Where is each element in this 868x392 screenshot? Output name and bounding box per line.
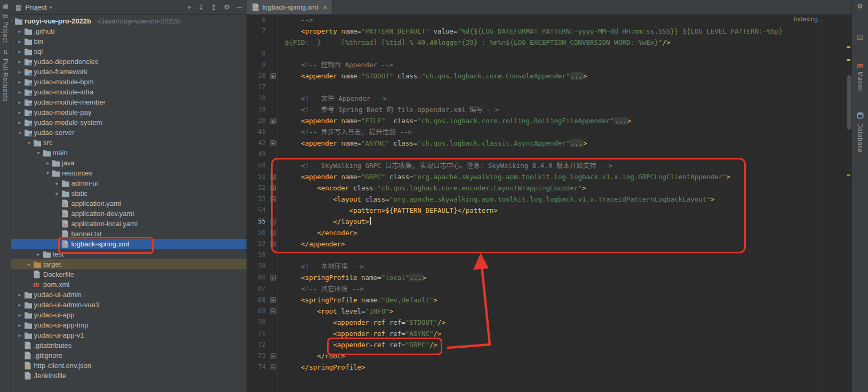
code-line-69[interactable]: 69− <root level="INFO"> (246, 306, 852, 317)
chevron-collapsed-icon[interactable]: ▸ (16, 290, 24, 300)
fold-minus-icon[interactable]: − (268, 171, 277, 182)
tool-button-pull-requests[interactable]: ⇅ Pull Requests (0, 49, 11, 102)
tree-item-yudao-module-infra[interactable]: ▸yudao-module-infra (11, 87, 246, 97)
fold-plus-icon[interactable]: + (268, 138, 277, 149)
tree-item-jenkinsfile[interactable]: Jenkinsfile (11, 371, 246, 381)
tree-item-yudao-ui-app-v1[interactable]: ▸yudao-ui-app-v1 (11, 330, 246, 340)
tree-item-logback-spring-xml[interactable]: <>logback-spring.xml (11, 239, 246, 249)
code-line-19[interactable]: 19 <!-- 参考 Spring Boot 的 file-appender.x… (246, 104, 852, 115)
code-line-53[interactable]: 53− <layout class="org.apache.skywalking… (246, 194, 852, 205)
tree-item-yudao-ui-admin[interactable]: ▸yudao-ui-admin (11, 290, 246, 300)
editor-scrollbar[interactable] (847, 75, 851, 130)
chevron-collapsed-icon[interactable]: ▸ (53, 178, 61, 188)
code-line-10[interactable]: 10+ <appender name="STDOUT" class="ch.qo… (246, 70, 852, 82)
chevron-down-icon[interactable]: ▾ (50, 5, 52, 10)
code-line-17[interactable]: 17 (246, 82, 852, 93)
tree-item-admin-ui[interactable]: ▸admin-ui (11, 178, 246, 188)
code-line-67[interactable]: 67 <!-- 其它环境 --> (246, 283, 852, 294)
code-line-73[interactable]: 73− </root> (246, 350, 852, 362)
editor-tab-logback-spring-xml[interactable]: <> logback-spring.xml × (246, 0, 333, 14)
chevron-collapsed-icon[interactable]: ▸ (16, 87, 24, 97)
tree-item-src[interactable]: ▾src (11, 138, 246, 148)
tree-item-test[interactable]: ▸test (11, 249, 246, 259)
chevron-collapsed-icon[interactable]: ▸ (44, 158, 52, 168)
chevron-expanded-icon[interactable]: ▾ (25, 138, 33, 148)
fold-end-icon[interactable]: − (268, 216, 277, 227)
code-line-72[interactable]: 72 <appender-ref ref="GRPC"/> (246, 339, 852, 350)
fold-minus-icon[interactable]: − (268, 194, 277, 205)
collapse-all-icon[interactable]: ↥ (211, 3, 217, 11)
tree-item-yudao-framework[interactable]: ▸yudao-framework (11, 67, 246, 77)
code-line-18[interactable]: 18 <!-- 文件 Appender --> (246, 93, 852, 104)
locate-file-icon[interactable]: ⌖ (187, 3, 191, 12)
chevron-collapsed-icon[interactable]: ▸ (16, 36, 24, 46)
chevron-expanded-icon[interactable]: ▾ (35, 148, 43, 158)
fold-minus-icon[interactable]: − (268, 182, 277, 194)
chevron-collapsed-icon[interactable]: ▸ (16, 97, 24, 107)
code-line-54[interactable]: 54 <pattern>${PATTERN_DEFAULT}</pattern> (246, 205, 852, 216)
tree-item-yudao-dependencies[interactable]: ▸yudao-dependencies (11, 57, 246, 67)
tree-item-application-yaml[interactable]: ≡application.yaml (11, 198, 246, 209)
code-line-57[interactable]: 57− </appender> (246, 238, 852, 250)
chevron-collapsed-icon[interactable]: ▸ (16, 117, 24, 127)
editor-pane[interactable]: 6 -->7 <property name="PATTERN_DEFAULT" … (246, 14, 852, 392)
fold-end-icon[interactable]: − (268, 362, 277, 373)
code-line-55[interactable]: 55− </layout> (246, 216, 852, 227)
chevron-expanded-icon[interactable]: ▾ (44, 168, 52, 178)
fold-end-icon[interactable]: − (268, 227, 277, 238)
chevron-collapsed-icon[interactable]: ▸ (16, 46, 24, 57)
tool-button-database[interactable]: Database (852, 112, 868, 153)
warning-stripe-mark[interactable] (847, 59, 850, 61)
tree-item-yudao-module-system[interactable]: ▸yudao-module-system (11, 117, 246, 127)
tree-item-yudao-server[interactable]: ▾yudao-server (11, 127, 246, 138)
code-line-74[interactable]: 74− </springProfile> (246, 362, 852, 373)
code-line-8[interactable]: 8 (246, 48, 852, 59)
close-tab-icon[interactable]: × (323, 3, 327, 12)
chevron-collapsed-icon[interactable]: ▸ (16, 310, 24, 320)
code-line-20[interactable]: 20+ <appender name="FILE" class="ch.qos.… (246, 115, 852, 126)
code-line-42[interactable]: 42+ <appender name="ASYNC" class="ch.qos… (246, 138, 852, 149)
fold-plus-icon[interactable]: + (268, 115, 277, 126)
code-line-68[interactable]: 68− <springProfile name="dev,default"> (246, 294, 852, 306)
chevron-collapsed-icon[interactable]: ▸ (16, 330, 24, 340)
tree-item-main[interactable]: ▾main (11, 148, 246, 158)
project-selector[interactable]: Project (25, 3, 46, 11)
tree-item-sql[interactable]: ▸sql (11, 46, 246, 57)
tree-item-java[interactable]: ▸java (11, 158, 246, 168)
code-line-51[interactable]: 51− <appender name="GRPC" class="org.apa… (246, 171, 852, 182)
code-line-wrap[interactable]: ${PID:- } --- [%thread] [%tid] %-40.40lo… (246, 37, 852, 48)
chevron-collapsed-icon[interactable]: ▸ (25, 259, 33, 269)
code-line-70[interactable]: 70 <appender-ref ref="STDOUT"/> (246, 317, 852, 328)
fold-plus-icon[interactable]: + (268, 70, 277, 82)
tree-item-dockerfile[interactable]: ≈Dockerfile (11, 269, 246, 279)
fold-plus-icon[interactable]: + (268, 272, 277, 283)
chevron-expanded-icon[interactable]: ▾ (16, 127, 24, 138)
code-line-6[interactable]: 6 --> (246, 14, 852, 26)
tree-item-bin[interactable]: ▸bin (11, 36, 246, 46)
fold-minus-icon[interactable]: − (268, 306, 277, 317)
tree-item-yudao-module-member[interactable]: ▸yudao-module-member (11, 97, 246, 107)
chevron-collapsed-icon[interactable]: ▸ (16, 77, 24, 87)
fold-minus-icon[interactable]: − (268, 294, 277, 306)
tree-item-ruoyi-vue-pro-2022b[interactable]: ▾ruoyi-vue-pro-2022b~/Java/ruoyi-vue-pro… (11, 16, 246, 26)
tree-item-yudao-ui-app-tmp[interactable]: ▸yudao-ui-app-tmp (11, 320, 246, 330)
tree-item-yudao-ui-admin-vue3[interactable]: ▸yudao-ui-admin-vue3 (11, 300, 246, 310)
tree-item-yudao-module-bpm[interactable]: ▸yudao-module-bpm (11, 77, 246, 87)
warning-stripe-mark[interactable] (847, 174, 850, 176)
tree-item-application-dev-yaml[interactable]: ≡application-dev.yaml (11, 209, 246, 219)
tree-item-http-client-env-json[interactable]: {}http-client.env.json (11, 361, 246, 371)
notifications-icon[interactable]: ◫ (852, 33, 868, 41)
chevron-collapsed-icon[interactable]: ▸ (16, 107, 24, 117)
tree-item-yudao-ui-app[interactable]: ▸yudao-ui-app (11, 310, 246, 320)
warning-stripe-mark[interactable] (847, 46, 850, 48)
gear-icon[interactable]: ⚙ (852, 3, 868, 10)
tree-item--gitignore[interactable]: .gitignore (11, 350, 246, 361)
chevron-collapsed-icon[interactable]: ▸ (16, 300, 24, 310)
ide-menu-icon[interactable]: ▦ (0, 2, 11, 10)
chevron-collapsed-icon[interactable]: ▸ (16, 67, 24, 77)
code-line-9[interactable]: 9 <!-- 控制台 Appender --> (246, 59, 852, 70)
chevron-collapsed-icon[interactable]: ▸ (35, 249, 43, 259)
code-line-41[interactable]: 41 <!-- 异步写入日志, 提升性能 --> (246, 126, 852, 138)
chevron-collapsed-icon[interactable]: ▸ (16, 320, 24, 330)
code-line-7[interactable]: 7 <property name="PATTERN_DEFAULT" value… (246, 26, 852, 37)
